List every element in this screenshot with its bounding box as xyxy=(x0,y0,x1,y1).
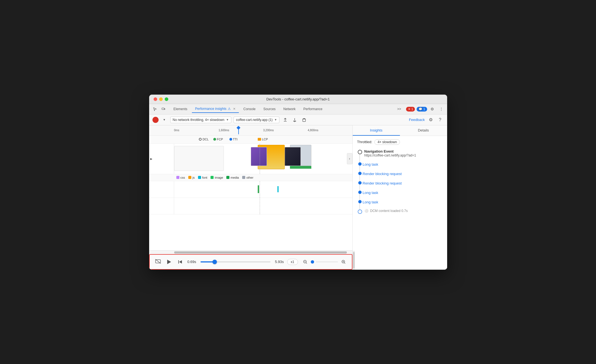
tti-label: TTI xyxy=(233,138,238,141)
more-options-icon[interactable]: ⋮ xyxy=(438,105,445,113)
skip-to-start-button[interactable] xyxy=(176,258,184,266)
empty-label xyxy=(154,198,174,214)
svg-marker-5 xyxy=(167,260,171,264)
long-task-2-link[interactable]: Long task xyxy=(363,191,378,195)
zoom-slider-track[interactable] xyxy=(316,262,338,262)
tab-details[interactable]: Details xyxy=(400,125,447,136)
timeline-slider[interactable] xyxy=(201,261,271,262)
time-marker-2: 3,200ms xyxy=(263,129,274,132)
throttle-label: Throttled: xyxy=(357,140,372,144)
svg-line-10 xyxy=(306,263,307,264)
time-ruler: 0ms 1,600ms 3,200ms 4,800ms xyxy=(149,125,352,136)
image-color xyxy=(211,176,214,179)
long-task-1-link[interactable]: Long task xyxy=(363,162,378,166)
time-right-label: 5.93s xyxy=(275,260,284,264)
speed-button[interactable]: x1 xyxy=(287,259,298,265)
settings-cog-icon[interactable]: ⚙ xyxy=(427,116,434,123)
network-label xyxy=(154,181,174,198)
download-icon[interactable] xyxy=(291,116,298,123)
network-track-expand[interactable] xyxy=(149,181,154,198)
delete-icon[interactable] xyxy=(300,116,308,123)
css-label: css xyxy=(181,176,185,179)
close-button[interactable] xyxy=(154,97,157,101)
timeline-item-long-task-1: Long task xyxy=(363,162,443,167)
zoom-in-button[interactable] xyxy=(340,258,347,266)
milestones-row: DCL FCP TTI xyxy=(149,136,352,144)
warning-icon: ⚠ xyxy=(228,107,231,111)
render-2-link[interactable]: Render blocking request xyxy=(363,181,402,185)
tab-insights[interactable]: Insights xyxy=(353,125,400,136)
long-task-3-link[interactable]: Long task xyxy=(363,200,378,204)
window-title: DevTools - coffee-cart.netlify.app/?ad=1 xyxy=(266,97,330,101)
record-dropdown-icon[interactable]: ▼ xyxy=(161,116,168,123)
panel-content[interactable]: Throttled: 4× slowdown Navigation Event … xyxy=(353,136,447,251)
svg-rect-0 xyxy=(162,108,164,110)
other-label: other xyxy=(246,176,253,179)
panel-scrollbar-thumb[interactable] xyxy=(353,252,355,269)
time-marker-1: 1,600ms xyxy=(219,129,229,132)
url-selector-dropdown[interactable]: coffee-cart.netlify.app (1) ▼ xyxy=(234,117,280,123)
dashed-line-2 xyxy=(260,181,260,198)
upload-icon[interactable] xyxy=(282,116,289,123)
expand-icon[interactable]: ▶ xyxy=(150,157,152,160)
maximize-button[interactable] xyxy=(165,97,168,101)
dashed-line xyxy=(260,144,260,174)
more-tabs-button[interactable]: >> xyxy=(394,105,404,113)
scrollbar-thumb[interactable] xyxy=(174,251,347,254)
dcm-label: DCM content loaded 0.7s xyxy=(370,209,408,213)
long-task-3-dot xyxy=(358,200,362,203)
screenshots-track: ▶ xyxy=(149,144,352,174)
legend-media: media xyxy=(226,176,239,179)
help-icon[interactable]: ? xyxy=(437,116,444,123)
css-color xyxy=(176,176,179,179)
device-icon[interactable] xyxy=(160,105,167,113)
white-block xyxy=(174,146,224,171)
dcl-marker: DCL xyxy=(199,138,209,141)
settings-icon[interactable]: ⚙ xyxy=(429,105,436,113)
render-1-dot xyxy=(358,172,362,175)
network-throttle-dropdown[interactable]: No network throttling, 4× slowdown ▼ xyxy=(170,117,231,123)
svg-marker-7 xyxy=(179,260,182,264)
tab-network[interactable]: Network xyxy=(280,105,299,113)
controls-bar: 0.69s 5.93s x1 xyxy=(149,254,352,270)
timeline-item-long-task-2: Long task xyxy=(363,190,443,195)
chevron-down-icon: ▼ xyxy=(226,118,229,121)
tti-marker: TTI xyxy=(229,138,238,141)
time-left-label: 0.69s xyxy=(187,260,196,264)
slider-thumb[interactable] xyxy=(212,260,217,264)
tab-performance[interactable]: Performance xyxy=(300,105,326,113)
zoom-out-button[interactable] xyxy=(301,258,309,266)
scrollbar-area[interactable] xyxy=(149,250,352,254)
track-expand-1[interactable]: ▶ xyxy=(149,144,154,174)
render-1-link[interactable]: Render blocking request xyxy=(363,172,402,176)
minimize-button[interactable] xyxy=(159,97,163,101)
tab-sources[interactable]: Sources xyxy=(260,105,279,113)
captions-icon[interactable] xyxy=(154,258,162,266)
zoom-slider-thumb xyxy=(311,260,314,264)
tracks-area[interactable]: ▶ xyxy=(149,144,352,250)
screenshot-purple xyxy=(251,147,267,166)
network-track xyxy=(149,181,352,198)
tab-elements[interactable]: Elements xyxy=(170,105,191,113)
legend-font: font xyxy=(198,176,207,179)
message-badge: 💬 1 xyxy=(417,107,427,112)
play-button[interactable] xyxy=(165,258,173,266)
nav-event-url: https://coffee-cart.netlify.app/?ad=1 xyxy=(364,153,443,157)
cyan-bar xyxy=(277,186,279,192)
ruler-content: 0ms 1,600ms 3,200ms 4,800ms xyxy=(174,127,352,134)
panel-scrollbar[interactable] xyxy=(353,251,355,270)
record-button[interactable] xyxy=(152,117,159,123)
tab-performance-insights[interactable]: Performance insights ⚠ ✕ xyxy=(192,105,239,113)
media-label: media xyxy=(231,176,239,179)
insight-timeline: Navigation Event https://coffee-cart.net… xyxy=(357,149,443,213)
screenshots-label xyxy=(154,144,174,174)
svg-rect-2 xyxy=(303,119,305,122)
other-color xyxy=(242,176,245,179)
expand-right-button[interactable]: › xyxy=(347,153,352,164)
legend-row: css js font image xyxy=(149,174,352,181)
tab-console[interactable]: Console xyxy=(240,105,259,113)
dcl-dot xyxy=(199,138,202,141)
tab-close-icon[interactable]: ✕ xyxy=(233,107,236,111)
feedback-link[interactable]: Feedback xyxy=(409,118,425,122)
cursor-icon[interactable] xyxy=(151,105,159,113)
